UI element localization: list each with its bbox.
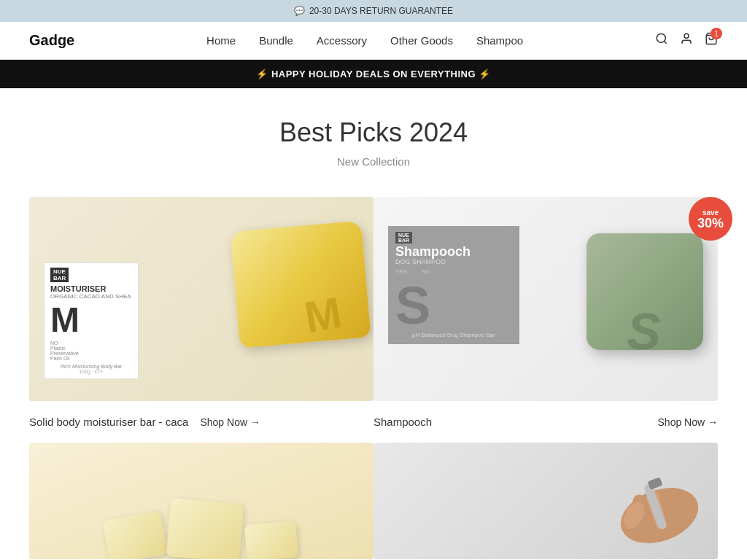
shampooch-bg: NUEBAR Shampooch DOG SHAMPOO YES NO S pH… [374,197,718,401]
nav-bundle[interactable]: Bundle [259,34,293,47]
chat-icon: 💬 [294,6,305,16]
yes-label: YES [395,268,407,275]
account-button[interactable] [680,32,693,49]
butter-m-letter: M [301,287,345,343]
nav-icons: 1 [655,32,718,49]
bottom-card-left[interactable] [29,443,374,559]
shampooch-title: Shampooch [395,245,512,258]
yes-no-row: YES NO [395,268,512,275]
bottom-card-right[interactable] [374,443,718,559]
save-label: save [703,209,719,217]
moisturiser-brand: NUEBAR [50,268,132,282]
cart-button[interactable]: 1 [705,32,718,49]
no-label: NO [422,268,430,275]
nav-home[interactable]: Home [206,34,236,47]
shampooch-product-title: Shampooch [374,416,432,428]
nav-other-goods[interactable]: Other Goods [390,34,453,47]
shampoo-s-letter: S [395,279,512,332]
green-s-letter: S [627,303,661,361]
shampooch-brand-row: NUEBAR [395,232,512,244]
dog-shampoo-label: DOG SHAMPOO [395,258,512,265]
products-info: Solid body moisturiser bar - caca Shop N… [0,401,747,443]
nav-links: Home Bundle Accessory Other Goods Shampo… [206,34,523,47]
shampooch-shop-now[interactable]: Shop Now → [658,416,718,428]
hand-container [374,443,718,559]
nav-shampoo[interactable]: Shampoo [476,34,523,47]
razor-image [374,443,718,559]
hero-subtitle: New Collection [15,155,732,168]
moisturiser-footer: Rich Moisturising Body Bar [50,364,132,369]
navbar: Gadge Home Bundle Accessory Other Goods … [0,22,747,60]
moisturiser-image[interactable]: NUEBAR MOISTURISER ORGANIC CACAO AND SHE… [29,197,374,401]
shea-chunks [106,501,297,559]
bottom-row [0,443,747,559]
moisturiser-desc: NO Plastic Preservative Palm Oil [50,341,132,361]
svg-point-1 [684,34,689,38]
user-icon [680,32,693,45]
shampooch-image[interactable]: NUEBAR Shampooch DOG SHAMPOO YES NO S pH… [374,197,718,401]
shampooch-info: Shampooch Shop Now → [374,416,718,428]
moisturiser-info: Solid body moisturiser bar - caca Shop N… [29,416,374,428]
moisturiser-weight: 100g · £7+ [50,369,132,374]
top-banner: 💬 20-30 DAYS RETURN GUARANTEE [0,0,747,22]
moisturiser-m-letter: M [50,303,132,338]
shea-chunk-1 [102,511,167,559]
nue-bar-tag-left: NUEBAR [50,268,69,282]
cart-badge: 1 [711,28,722,39]
shea-chunk-3 [244,521,298,559]
nue-bar-tag-right: NUEBAR [395,232,412,244]
shea-image [29,443,374,559]
hero-title: Best Picks 2024 [15,117,732,148]
product-card-shampooch: NUEBAR Shampooch DOG SHAMPOO YES NO S pH… [374,197,718,401]
nav-accessory[interactable]: Accessory [317,34,367,47]
promo-banner: ⚡ HAPPY HOLIDAY DEALS ON EVERYTHING ⚡ [0,60,747,88]
hand-razor-svg [543,443,718,559]
moisturiser-title: Solid body moisturiser bar - caca [29,416,188,428]
logo[interactable]: Gadge [29,32,74,49]
moisturiser-name: MOISTURISER [50,284,132,293]
product-card-moisturiser: NUEBAR MOISTURISER ORGANIC CACAO AND SHE… [29,197,374,401]
save-badge: save 30% [689,197,732,241]
hero-section: Best Picks 2024 New Collection [0,88,747,182]
moisturiser-shop-now[interactable]: Shop Now → [200,416,260,428]
products-row: save 30% NUEBAR MOISTURISER ORGANIC CACA… [0,182,747,401]
shea-chunk-2 [166,498,244,559]
moisturiser-box: NUEBAR MOISTURISER ORGANIC CACAO AND SHE… [44,262,139,379]
svg-point-0 [657,34,665,42]
save-percent: 30% [697,217,724,230]
search-button[interactable] [655,32,668,49]
ph-text: pH Balanced Dog Shampoo Bar [395,332,512,338]
shampooch-box: NUEBAR Shampooch DOG SHAMPOO YES NO S pH… [388,226,519,344]
search-icon [655,32,668,45]
moisturiser-bg: NUEBAR MOISTURISER ORGANIC CACAO AND SHE… [29,197,374,401]
moisturiser-subtitle: ORGANIC CACAO AND SHEA [50,293,132,300]
butter-bar-shape: M [230,220,371,348]
promo-text: ⚡ HAPPY HOLIDAY DEALS ON EVERYTHING ⚡ [256,69,490,79]
green-bar-shape: S [587,233,703,350]
banner-text: 20-30 DAYS RETURN GUARANTEE [309,6,453,16]
